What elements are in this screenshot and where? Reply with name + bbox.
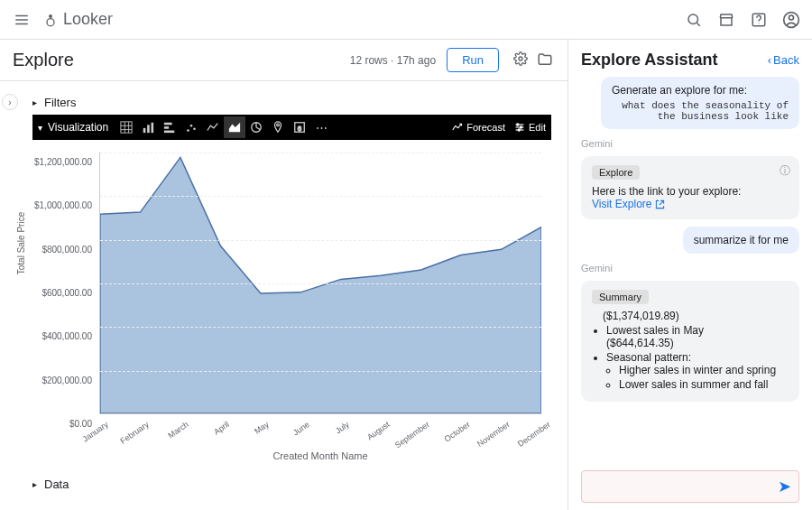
gemini-message: Summary ($1,374,019.89) Lowest sales in … xyxy=(581,281,799,402)
svg-point-5 xyxy=(688,14,698,24)
hamburger-menu-icon[interactable] xyxy=(11,9,32,31)
page-title: Explore xyxy=(13,50,74,70)
more-viz-icon[interactable]: ⋯ xyxy=(310,116,332,138)
y-tick: $400,000.00 xyxy=(42,331,92,341)
svg-point-11 xyxy=(519,57,522,60)
folder-icon[interactable] xyxy=(537,51,555,70)
svg-line-38 xyxy=(660,200,664,205)
info-icon[interactable]: ⓘ xyxy=(780,163,790,179)
chat-input-row: ➤ xyxy=(581,470,799,503)
svg-point-23 xyxy=(187,129,189,132)
back-button[interactable]: ‹ Back xyxy=(768,53,799,67)
svg-point-37 xyxy=(518,129,520,131)
svg-rect-22 xyxy=(164,131,174,134)
svg-line-6 xyxy=(697,23,699,25)
line-chart-icon[interactable] xyxy=(202,116,224,138)
svg-rect-19 xyxy=(152,123,154,133)
svg-point-29 xyxy=(277,124,280,126)
x-tick: August xyxy=(349,420,392,453)
data-section-toggle[interactable]: ▸ Data xyxy=(32,472,551,496)
explore-panel: Explore 12 rows · 17h ago Run › ▸ Filter… xyxy=(0,40,568,510)
x-tick: March xyxy=(148,420,190,453)
filters-label: Filters xyxy=(44,96,76,109)
viz-label: Visualization xyxy=(48,121,108,134)
y-tick: $600,000.00 xyxy=(42,288,92,298)
summary-chip: Summary xyxy=(592,290,649,304)
svg-point-24 xyxy=(190,125,193,127)
gemini-message: ⓘ Explore Here is the link to your explo… xyxy=(581,156,799,219)
area-chart-icon[interactable] xyxy=(224,116,245,138)
assistant-panel: Explore Assistant ‹ Back Generate an exp… xyxy=(568,40,812,510)
assistant-title: Explore Assistant xyxy=(581,51,717,70)
svg-rect-21 xyxy=(164,126,169,129)
chart: Total Sale Price $0.00$200,000.00$400,00… xyxy=(32,144,551,468)
svg-rect-18 xyxy=(147,125,150,133)
caret-down-icon: ▾ xyxy=(38,123,42,133)
filters-section-toggle[interactable]: ▸ Filters xyxy=(32,90,551,115)
x-tick: December xyxy=(510,420,552,453)
table-chart-icon[interactable] xyxy=(115,116,137,138)
scatter-chart-icon[interactable] xyxy=(180,116,202,138)
user-message: summarize it for me xyxy=(683,227,799,254)
svg-line-28 xyxy=(256,127,260,130)
x-tick: June xyxy=(269,420,311,453)
send-icon[interactable]: ➤ xyxy=(778,477,791,496)
help-icon[interactable] xyxy=(749,10,769,30)
chart-ylabel: Total Sale Price xyxy=(16,212,26,274)
expand-sidebar-icon[interactable]: › xyxy=(2,94,18,110)
run-button[interactable]: Run xyxy=(447,48,499,72)
caret-right-icon: ▸ xyxy=(32,479,37,489)
svg-point-36 xyxy=(520,126,521,128)
chart-xlabel: Created Month Name xyxy=(99,450,541,461)
y-tick: $800,000.00 xyxy=(42,244,92,254)
visualization-toolbar: ▾ Visualization 6 ⋯ Forecast xyxy=(32,115,551,140)
svg-point-35 xyxy=(517,124,519,125)
x-tick: September xyxy=(389,420,431,453)
account-icon[interactable] xyxy=(781,10,801,30)
gemini-label: Gemini xyxy=(581,263,799,274)
explore-chip: Explore xyxy=(592,165,640,180)
search-icon[interactable] xyxy=(684,10,704,30)
y-tick: $0.00 xyxy=(69,419,92,429)
single-value-icon[interactable]: 6 xyxy=(289,116,310,138)
svg-point-25 xyxy=(193,127,196,130)
chat-input[interactable] xyxy=(589,480,778,494)
visit-explore-link[interactable]: Visit Explore xyxy=(592,198,665,210)
svg-point-4 xyxy=(47,18,54,25)
map-chart-icon[interactable] xyxy=(267,116,289,138)
y-tick: $1,200,000.00 xyxy=(34,157,92,167)
edit-viz-button[interactable]: Edit xyxy=(514,122,546,133)
forecast-button[interactable]: Forecast xyxy=(452,122,505,133)
bar-chart-icon[interactable] xyxy=(137,116,159,138)
pie-chart-icon[interactable] xyxy=(245,116,267,138)
x-tick: November xyxy=(469,420,512,453)
column-chart-icon[interactable] xyxy=(159,116,180,138)
app-logo: Looker xyxy=(43,10,113,29)
top-bar: Looker xyxy=(0,0,812,40)
caret-right-icon: ▸ xyxy=(32,97,37,107)
app-name: Looker xyxy=(63,10,113,29)
query-meta: 12 rows · 17h ago xyxy=(350,54,436,67)
svg-rect-20 xyxy=(164,123,172,125)
svg-rect-12 xyxy=(121,122,132,133)
gemini-label: Gemini xyxy=(581,138,799,149)
svg-point-10 xyxy=(789,15,794,20)
x-tick: May xyxy=(228,420,271,453)
x-tick: February xyxy=(108,420,151,453)
svg-rect-17 xyxy=(143,128,146,133)
svg-text:6: 6 xyxy=(298,125,302,133)
marketplace-icon[interactable] xyxy=(716,10,736,30)
x-tick: July xyxy=(309,420,351,453)
gear-icon[interactable] xyxy=(513,51,531,70)
y-tick: $1,000,000.00 xyxy=(34,200,92,210)
y-tick: $200,000.00 xyxy=(42,375,92,385)
chevron-left-icon: ‹ xyxy=(768,53,771,67)
user-message: Generate an explore for me: what does th… xyxy=(601,77,799,129)
x-tick: April xyxy=(189,420,231,453)
data-label: Data xyxy=(44,478,69,491)
x-tick: October xyxy=(429,420,472,453)
svg-point-3 xyxy=(49,14,52,18)
